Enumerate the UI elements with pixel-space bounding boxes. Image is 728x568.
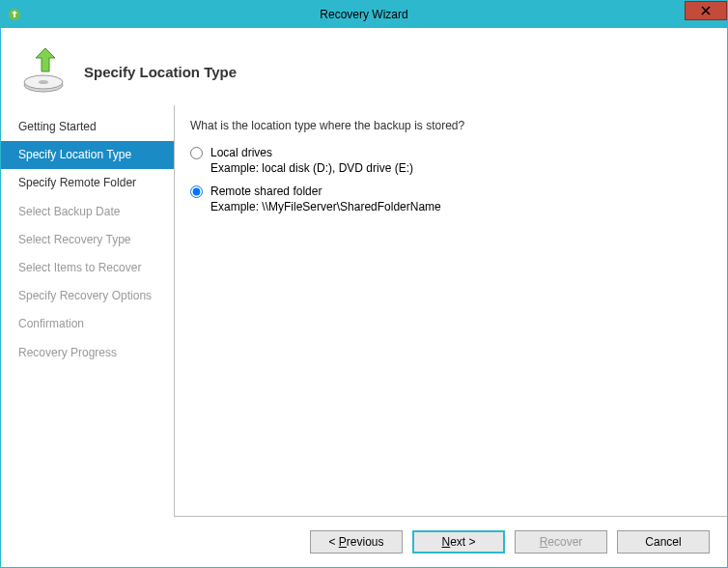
location-type-question: What is the location type where the back… <box>190 119 708 132</box>
svg-point-3 <box>39 80 48 84</box>
titlebar: Recovery Wizard <box>1 1 727 28</box>
option-remote-shared-folder-example: Example: \\MyFileServer\SharedFolderName <box>210 200 708 213</box>
option-local-drives-label: Local drives <box>210 146 272 159</box>
step-specify-remote-folder[interactable]: Specify Remote Folder <box>1 169 174 197</box>
window-title: Recovery Wizard <box>1 8 727 21</box>
wizard-header: Specify Location Type <box>1 28 727 105</box>
wizard-footer: < Previous Next > Recover Cancel <box>1 517 727 567</box>
option-local-drives-example: Example: local disk (D:), DVD drive (E:) <box>210 161 708 175</box>
page-title: Specify Location Type <box>84 64 237 80</box>
previous-button[interactable]: < Previous <box>310 530 403 554</box>
cancel-button[interactable]: Cancel <box>617 530 710 554</box>
step-confirmation: Confirmation <box>1 310 174 338</box>
step-select-items-to-recover: Select Items to Recover <box>1 254 174 282</box>
option-local-drives: Local drives Example: local disk (D:), D… <box>190 146 708 175</box>
option-remote-shared-folder-row[interactable]: Remote shared folder <box>190 185 708 198</box>
step-select-backup-date: Select Backup Date <box>1 198 174 226</box>
step-specify-recovery-options: Specify Recovery Options <box>1 282 174 310</box>
radio-local-drives[interactable] <box>190 147 203 159</box>
wizard-body: Getting Started Specify Location Type Sp… <box>1 105 727 517</box>
step-select-recovery-type: Select Recovery Type <box>1 226 174 254</box>
recovery-wizard-window: Recovery Wizard Specify Location Type Ge… <box>0 0 728 568</box>
option-remote-shared-folder: Remote shared folder Example: \\MyFileSe… <box>190 185 708 213</box>
step-getting-started[interactable]: Getting Started <box>1 113 174 141</box>
recovery-wizard-icon <box>7 7 22 22</box>
header-recovery-icon <box>20 48 67 95</box>
close-button[interactable] <box>685 1 727 20</box>
wizard-steps-sidebar: Getting Started Specify Location Type Sp… <box>1 105 175 517</box>
option-local-drives-row[interactable]: Local drives <box>190 146 708 159</box>
step-specify-location-type[interactable]: Specify Location Type <box>1 141 174 169</box>
option-remote-shared-folder-label: Remote shared folder <box>210 185 322 198</box>
radio-remote-shared-folder[interactable] <box>190 185 203 198</box>
recover-button: Recover <box>515 530 607 554</box>
wizard-content: What is the location type where the back… <box>175 105 727 517</box>
next-button[interactable]: Next > <box>412 530 505 554</box>
step-recovery-progress: Recovery Progress <box>1 339 174 367</box>
close-icon <box>701 6 711 15</box>
